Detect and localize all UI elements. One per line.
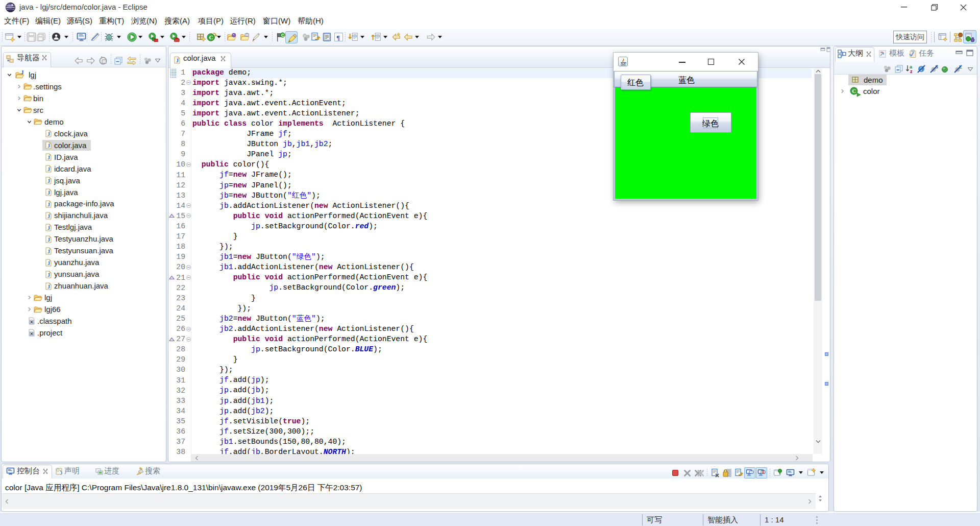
svg-text:J: J	[47, 284, 50, 290]
svg-text:J: J	[47, 213, 50, 219]
svg-text:J: J	[47, 202, 50, 207]
svg-text:¶: ¶	[336, 34, 340, 41]
svg-text:J: J	[47, 166, 50, 172]
svg-text:J: J	[47, 237, 50, 243]
svg-text:J: J	[176, 58, 179, 63]
svg-text:J: J	[47, 155, 50, 160]
svg-text:z: z	[910, 69, 913, 74]
svg-text:C: C	[281, 33, 284, 38]
svg-text:J: J	[47, 190, 50, 196]
svg-text:J: J	[47, 272, 50, 278]
svg-text:J: J	[47, 249, 50, 254]
svg-text:J: J	[47, 143, 50, 149]
svg-text:J: J	[47, 225, 50, 231]
svg-text:J: J	[47, 131, 50, 137]
svg-text:C: C	[209, 34, 213, 40]
svg-text:J: J	[47, 178, 50, 184]
svg-text:C: C	[852, 88, 856, 94]
svg-text:J: J	[47, 260, 50, 266]
